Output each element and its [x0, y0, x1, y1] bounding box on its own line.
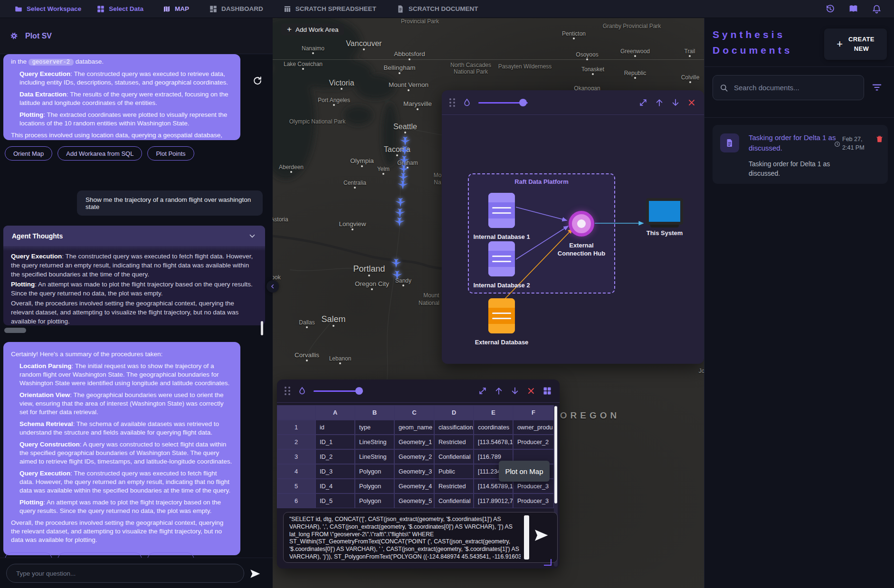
expand-icon[interactable]: [478, 386, 487, 396]
table-header-cell[interactable]: A: [315, 405, 355, 420]
nav-tab-scratch-spreadsheet[interactable]: SCRATCH SPREADSHEET: [283, 5, 376, 13]
table-cell[interactable]: Confidential: [434, 493, 474, 508]
table-cell[interactable]: type: [355, 420, 394, 435]
close-icon[interactable]: [687, 98, 696, 107]
library-icon[interactable]: [848, 4, 858, 14]
move-down-icon[interactable]: [510, 386, 520, 396]
drag-handle-icon[interactable]: [449, 98, 456, 107]
move-down-icon[interactable]: [671, 98, 680, 107]
action-button-orient-map[interactable]: Orient Map: [5, 552, 52, 558]
nav-select-workspace[interactable]: Select Workspace: [14, 5, 81, 13]
action-button-plot-points[interactable]: Plot Points: [147, 146, 194, 161]
flight-plane-marker[interactable]: [390, 256, 402, 269]
table-cell[interactable]: Confidential: [434, 449, 474, 464]
table-cell[interactable]: geom_name: [394, 420, 434, 435]
gear-icon[interactable]: [10, 31, 19, 40]
table-cell[interactable]: [113.54678,11: [474, 435, 513, 449]
vertical-scrollbar-thumb[interactable]: [261, 321, 263, 335]
table-cell[interactable]: Geometry_2: [394, 449, 434, 464]
this-system-icon[interactable]: [646, 198, 683, 225]
table-cell[interactable]: Restricted: [434, 435, 474, 449]
expand-icon[interactable]: [638, 98, 648, 107]
drag-handle-icon[interactable]: [285, 387, 291, 395]
table-cell[interactable]: id: [315, 420, 355, 435]
internal-database-1-icon[interactable]: [488, 193, 515, 228]
bell-icon[interactable]: [872, 4, 882, 14]
add-work-area-button[interactable]: + Add Work Area: [281, 24, 344, 35]
move-up-icon[interactable]: [655, 98, 664, 107]
refresh-icon[interactable]: [252, 76, 263, 86]
question-input[interactable]: [6, 564, 244, 583]
sidebar-collapse-handle[interactable]: [266, 280, 279, 293]
nav-select-data[interactable]: Select Data: [96, 5, 143, 13]
table-cell[interactable]: Geometry_3: [394, 464, 434, 479]
sql-query-text[interactable]: "SELECT id, dtg, CONCAT('[', CAST(json_e…: [289, 516, 521, 560]
table-header-cell[interactable]: E: [474, 405, 513, 420]
table-cell[interactable]: Restricted: [434, 479, 474, 493]
table-header-cell[interactable]: B: [355, 405, 394, 420]
table-cell[interactable]: Geometry_5: [394, 493, 434, 508]
document-title[interactable]: Tasking order for Delta 1 as discussed.: [749, 133, 837, 153]
trash-icon[interactable]: [875, 134, 884, 143]
table-cell[interactable]: owner_produ: [513, 420, 554, 435]
action-button-add-workarea-from-sql[interactable]: Add Workarea from SQL: [57, 146, 142, 161]
table-cell[interactable]: ID_3: [315, 464, 355, 479]
table-cell[interactable]: Polygon: [355, 493, 394, 508]
table-cell[interactable]: ID_2: [315, 449, 355, 464]
sql-scrollbar-thumb[interactable]: [524, 515, 529, 560]
map-canvas[interactable]: Provincial ParkGranby Provincial ParkNan…: [273, 18, 704, 588]
table-header-cell[interactable]: 5: [277, 479, 315, 493]
opacity-slider[interactable]: [478, 98, 528, 107]
table-cell[interactable]: Polygon: [355, 464, 394, 479]
chat-scroll-area[interactable]: in the geoserver-2 database. Query Execu…: [0, 54, 273, 558]
table-header-cell[interactable]: 2: [277, 435, 315, 449]
flight-plane-marker[interactable]: [393, 215, 406, 228]
create-new-button[interactable]: + CREATENEW: [824, 28, 887, 60]
external-connection-hub-icon[interactable]: [569, 211, 594, 237]
table-cell[interactable]: Geometry_1: [394, 435, 434, 449]
table-cell[interactable]: ID_1: [315, 435, 355, 449]
opacity-slider[interactable]: [314, 387, 363, 395]
table-header-cell[interactable]: 4: [277, 464, 315, 479]
table-header-cell[interactable]: 3: [277, 449, 315, 464]
opacity-droplet-icon[interactable]: [297, 386, 307, 396]
table-header-cell[interactable]: 1: [277, 420, 315, 435]
grid-view-icon[interactable]: [542, 386, 552, 396]
table-cell[interactable]: Producer_3: [513, 493, 554, 508]
table-header-cell[interactable]: F: [513, 405, 554, 420]
agent-thoughts-body[interactable]: Query Execution: The constructed query w…: [3, 246, 265, 325]
flight-plane-marker[interactable]: [397, 178, 409, 190]
send-icon[interactable]: [249, 568, 261, 580]
table-cell[interactable]: coordinates: [474, 420, 513, 435]
nav-tab-map[interactable]: MAP: [162, 5, 189, 13]
table-cell[interactable]: ID_5: [315, 493, 355, 508]
external-database-icon[interactable]: [488, 298, 515, 333]
plot-on-map-tooltip[interactable]: Plot on Map: [499, 461, 550, 482]
table-scrollbar-thumb[interactable]: [554, 406, 557, 503]
opacity-droplet-icon[interactable]: [462, 98, 472, 107]
close-icon[interactable]: [526, 386, 536, 396]
table-cell[interactable]: LineString: [355, 449, 394, 464]
horizontal-scrollbar-thumb[interactable]: [4, 328, 26, 333]
table-header-cell[interactable]: [277, 405, 315, 420]
table-cell[interactable]: Producer_2: [513, 435, 554, 449]
nav-tab-scratch-document[interactable]: SCRATCH DOCUMENT: [396, 5, 478, 13]
table-cell[interactable]: Geometry_4: [394, 479, 434, 493]
run-query-icon[interactable]: [534, 528, 548, 542]
search-input[interactable]: [734, 84, 857, 92]
table-cell[interactable]: LineString: [355, 435, 394, 449]
action-button-plot-points[interactable]: Plot Points: [147, 552, 194, 558]
chevron-down-icon[interactable]: [248, 232, 257, 240]
flight-plane-marker[interactable]: [391, 268, 403, 281]
filter-icon[interactable]: [872, 83, 882, 92]
agent-thoughts-header[interactable]: Agent Thoughts: [3, 226, 265, 246]
internal-database-2-icon[interactable]: [488, 241, 515, 276]
table-cell[interactable]: [117.89012,7.3: [474, 493, 513, 508]
move-up-icon[interactable]: [494, 386, 504, 396]
table-header-cell[interactable]: 6: [277, 493, 315, 508]
document-card[interactable]: Tasking order for Delta 1 as discussed. …: [713, 125, 888, 184]
table-cell[interactable]: ID_4: [315, 479, 355, 493]
history-icon[interactable]: [825, 4, 835, 14]
resize-handle[interactable]: [544, 559, 552, 566]
action-button-add-workarea-from-sql[interactable]: Add Workarea from SQL: [57, 552, 142, 558]
